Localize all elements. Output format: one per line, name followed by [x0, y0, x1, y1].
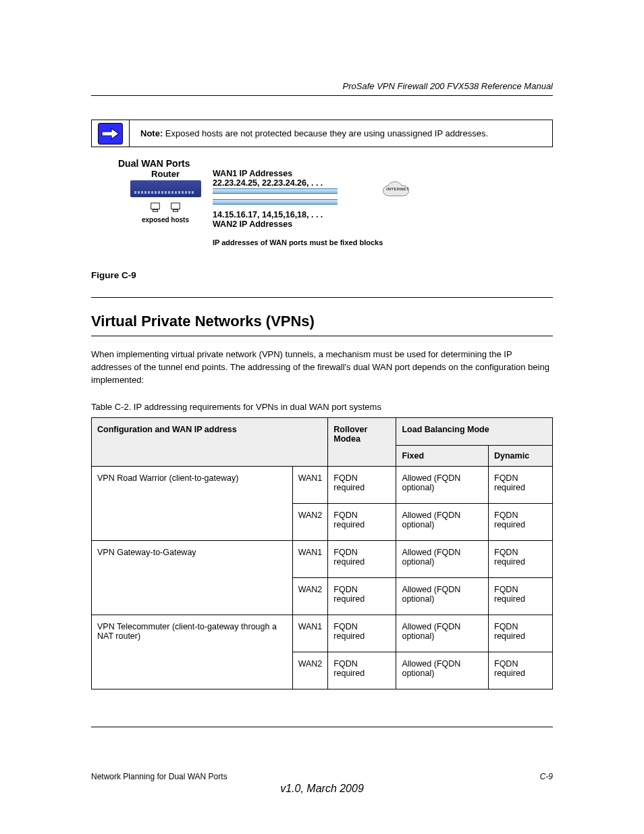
- cell-port: WAN1: [292, 540, 328, 577]
- footer-rule: [91, 727, 553, 727]
- cell-rollover: FQDN required: [328, 652, 396, 689]
- note-label: Note:: [140, 128, 163, 138]
- cell-dynamic: FQDN required: [489, 540, 553, 577]
- svg-rect-1: [153, 210, 157, 212]
- note-body: Note: Exposed hosts are not protected be…: [130, 120, 552, 147]
- section-rule-bottom: [91, 336, 553, 336]
- wan-link-icon: [213, 199, 338, 205]
- cell-config: VPN Gateway-to-Gateway: [92, 540, 293, 615]
- computer-icon: [169, 201, 182, 216]
- cell-config: VPN Telecommuter (client-to-gateway thro…: [92, 615, 293, 689]
- cell-dynamic: FQDN required: [489, 615, 553, 652]
- cell-rollover: FQDN required: [328, 540, 396, 577]
- cell-rollover: FQDN required: [328, 615, 396, 652]
- col-lb: Load Balancing Mode: [396, 417, 553, 445]
- wan1-ips: 22.23.24.25, 22.23.24.26, . . .: [213, 178, 323, 188]
- cell-port: WAN2: [292, 503, 328, 540]
- footer-left: Network Planning for Dual WAN Ports: [91, 772, 227, 781]
- svg-rect-0: [151, 203, 160, 209]
- cell-fixed: Allowed (FQDN optional): [396, 577, 489, 615]
- ip-note: IP addresses of WAN ports must be fixed …: [213, 238, 383, 246]
- computer-icon: [149, 201, 161, 216]
- cell-dynamic: FQDN required: [489, 652, 553, 689]
- header-rule: [91, 95, 553, 96]
- table-row: VPN Road Warrior (client-to-gateway) WAN…: [92, 466, 553, 503]
- cell-dynamic: FQDN required: [489, 503, 553, 540]
- exposed-hosts-label: exposed hosts: [118, 216, 213, 224]
- vpn-requirements-table: Configuration and WAN IP address Rollove…: [91, 417, 553, 689]
- note-box: Note: Exposed hosts are not protected be…: [91, 120, 553, 147]
- cell-fixed: Allowed (FQDN optional): [396, 652, 489, 689]
- cell-rollover: FQDN required: [328, 577, 396, 615]
- cell-fixed: Allowed (FQDN optional): [396, 503, 489, 540]
- network-diagram: Dual WAN Ports Router exposed hosts WAN1…: [118, 158, 553, 263]
- table-caption: Table C-2. IP addressing requirements fo…: [91, 402, 553, 412]
- cell-dynamic: FQDN required: [489, 577, 553, 615]
- col-rollover: Rollover Modea: [328, 417, 396, 466]
- wan1-label: WAN1 IP Addresses: [213, 169, 292, 178]
- cloud-icon: INTERNET: [381, 181, 418, 201]
- figure-caption: Figure C-9: [91, 270, 553, 280]
- section-body: When implementing virtual private networ…: [91, 348, 553, 387]
- cell-dynamic: FQDN required: [489, 466, 553, 503]
- footer-version: v1.0, March 2009: [91, 783, 553, 795]
- page-header-title: ProSafe VPN Firewall 200 FVX538 Referenc…: [91, 81, 553, 91]
- cell-fixed: Allowed (FQDN optional): [396, 540, 489, 577]
- router-icon: [130, 180, 201, 197]
- table-row: VPN Gateway-to-Gateway WAN1 FQDN require…: [92, 540, 553, 577]
- section-rule-top: [91, 297, 553, 298]
- col-dynamic: Dynamic: [489, 445, 553, 466]
- note-icon-cell: [92, 120, 130, 147]
- col-config: Configuration and WAN IP address: [92, 417, 328, 466]
- col-fixed: Fixed: [396, 445, 489, 466]
- table-row: VPN Telecommuter (client-to-gateway thro…: [92, 615, 553, 652]
- arrow-right-icon: [98, 123, 123, 145]
- wan2-ips: 14.15.16.17, 14,15,16,18, . . .: [213, 210, 323, 219]
- cell-rollover: FQDN required: [328, 466, 396, 503]
- svg-rect-2: [171, 203, 180, 209]
- note-text: Exposed hosts are not protected because …: [165, 128, 488, 138]
- cell-port: WAN2: [292, 652, 328, 689]
- cell-port: WAN2: [292, 577, 328, 615]
- cell-fixed: Allowed (FQDN optional): [396, 615, 489, 652]
- cell-rollover: FQDN required: [328, 503, 396, 540]
- diagram-title: Dual WAN Ports: [118, 158, 553, 169]
- cell-fixed: Allowed (FQDN optional): [396, 466, 489, 503]
- wan-link-icon: [213, 188, 338, 194]
- wan2-label: WAN2 IP Addresses: [213, 219, 292, 229]
- router-label: Router: [118, 169, 213, 179]
- svg-rect-3: [173, 210, 178, 212]
- internet-label: INTERNET: [386, 187, 409, 191]
- cell-port: WAN1: [292, 615, 328, 652]
- footer-right: C-9: [540, 772, 553, 781]
- section-title: Virtual Private Networks (VPNs): [91, 313, 553, 330]
- cell-port: WAN1: [292, 466, 328, 503]
- cell-config: VPN Road Warrior (client-to-gateway): [92, 466, 293, 540]
